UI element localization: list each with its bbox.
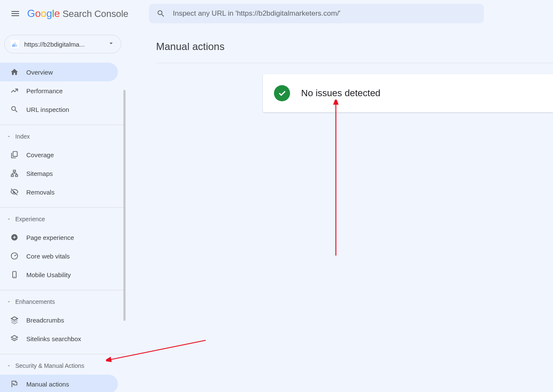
- app-header: Google Search Console: [0, 0, 553, 27]
- svg-rect-2: [11, 175, 14, 176]
- section-label: Index: [15, 133, 30, 140]
- sidebar-item-label: Performance: [26, 87, 63, 95]
- sidebar-item-coverage[interactable]: Coverage: [0, 145, 118, 164]
- layers-icon: [10, 316, 19, 324]
- sidebar-item-page-experience[interactable]: Page experience: [0, 228, 118, 247]
- url-inspect-search[interactable]: [149, 4, 484, 23]
- product-name: Search Console: [62, 8, 128, 19]
- sidebar-item-label: Breadcrumbs: [26, 317, 64, 324]
- property-picker[interactable]: https://b2bdigitalma...: [4, 35, 121, 53]
- svg-rect-0: [13, 152, 17, 157]
- scrollbar[interactable]: [123, 90, 126, 321]
- search-icon: [10, 105, 19, 114]
- search-input[interactable]: [173, 9, 476, 18]
- section-label: Security & Manual Actions: [15, 362, 84, 369]
- status-message: No issues detected: [301, 88, 380, 99]
- sidebar: https://b2bdigitalma... Overview Perform…: [0, 27, 126, 392]
- sidebar-item-label: URL inspection: [26, 106, 69, 113]
- sidebar-item-breadcrumbs[interactable]: Breadcrumbs: [0, 311, 118, 329]
- sidebar-item-mobile-usability[interactable]: Mobile Usability: [0, 265, 118, 284]
- sitemap-icon: [10, 169, 19, 178]
- chevron-down-icon: [7, 362, 11, 369]
- menu-icon[interactable]: [5, 3, 25, 24]
- sidebar-item-label: Removals: [26, 189, 55, 196]
- layers-icon: [10, 334, 19, 343]
- property-label: https://b2bdigitalma...: [24, 41, 107, 48]
- copy-icon: [10, 150, 19, 159]
- sidebar-item-removals[interactable]: Removals: [0, 183, 118, 201]
- sidebar-item-label: Mobile Usability: [26, 271, 71, 278]
- svg-rect-3: [16, 175, 18, 176]
- mobile-icon: [10, 270, 19, 279]
- sidebar-item-overview[interactable]: Overview: [0, 63, 118, 81]
- search-icon: [156, 9, 165, 18]
- section-label: Enhancements: [15, 298, 55, 305]
- sidebar-item-label: Core web vitals: [26, 253, 70, 260]
- gauge-icon: [10, 252, 19, 260]
- check-circle-icon: [274, 85, 290, 101]
- section-header-index[interactable]: Index: [0, 128, 126, 145]
- sidebar-item-performance[interactable]: Performance: [0, 81, 118, 100]
- sidebar-item-manual-actions[interactable]: Manual actions: [0, 375, 118, 392]
- property-favicon: [11, 40, 19, 48]
- page-title: Manual actions: [156, 41, 553, 53]
- chevron-down-icon: [7, 298, 11, 305]
- chevron-down-icon: [7, 216, 11, 222]
- sidebar-item-label: Sitemaps: [26, 170, 53, 177]
- chevron-down-icon: [107, 39, 115, 49]
- sidebar-item-label: Overview: [26, 69, 53, 76]
- chevron-down-icon: [7, 133, 11, 140]
- sidebar-item-core-web-vitals[interactable]: Core web vitals: [0, 247, 118, 265]
- divider: [156, 63, 553, 63]
- svg-rect-1: [14, 170, 16, 172]
- product-logo[interactable]: Google Search Console: [27, 8, 128, 19]
- sidebar-item-label: Coverage: [26, 151, 54, 158]
- sidebar-item-sitelinks-searchbox[interactable]: Sitelinks searchbox: [0, 329, 118, 348]
- plus-circle-icon: [10, 233, 19, 242]
- status-card: No issues detected: [263, 74, 553, 112]
- section-header-enhancements[interactable]: Enhancements: [0, 293, 126, 311]
- sidebar-item-label: Page experience: [26, 234, 74, 241]
- section-header-security[interactable]: Security & Manual Actions: [0, 357, 126, 375]
- trend-icon: [10, 86, 19, 95]
- section-header-experience[interactable]: Experience: [0, 210, 126, 228]
- main-content: Manual actions No issues detected: [126, 27, 553, 392]
- flag-icon: [10, 380, 19, 388]
- sidebar-item-label: Sitelinks searchbox: [26, 335, 81, 342]
- sidebar-item-label: Manual actions: [26, 381, 69, 388]
- google-logo: Google: [27, 8, 60, 19]
- home-icon: [10, 68, 19, 76]
- sidebar-item-sitemaps[interactable]: Sitemaps: [0, 164, 118, 183]
- sidebar-item-url-inspection[interactable]: URL inspection: [0, 100, 118, 119]
- visibility-off-icon: [10, 188, 19, 196]
- section-label: Experience: [15, 216, 45, 222]
